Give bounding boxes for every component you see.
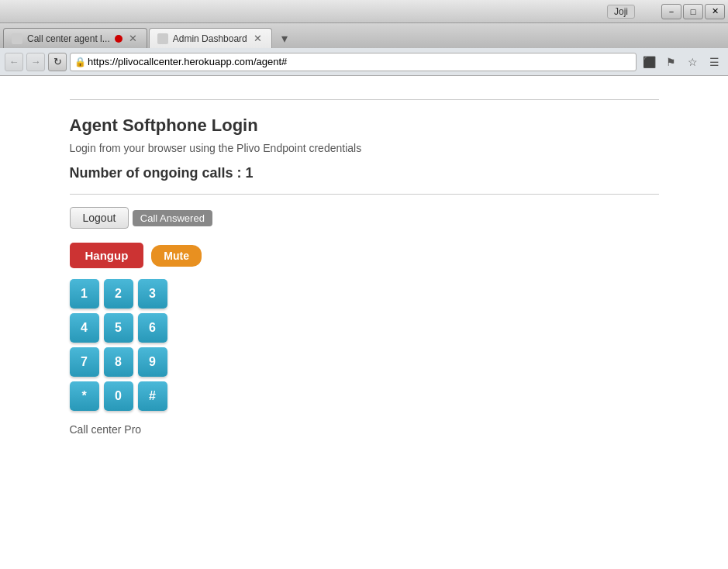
window-controls: − □ ✕ [661, 4, 725, 19]
dialpad-key-*[interactable]: * [70, 381, 99, 411]
title-bar: Joji − □ ✕ [0, 0, 728, 23]
hangup-button[interactable]: Hangup [70, 243, 144, 268]
bookmark-icon[interactable]: ⚑ [661, 53, 680, 71]
tab-favicon-2 [157, 33, 168, 44]
footer-text: Call center Pro [70, 423, 659, 436]
back-button[interactable]: ← [5, 53, 23, 71]
tabs-bar: Call center agent l... ✕ Admin Dashboard… [0, 23, 728, 48]
toolbar-icons: ⬛ ⚑ ☆ ☰ [640, 53, 723, 71]
screen-icon[interactable]: ⬛ [640, 53, 658, 71]
restore-button[interactable]: □ [683, 4, 703, 19]
window-user: Joji [607, 5, 635, 19]
dialpad: 123456789*0# [70, 279, 659, 411]
call-answered-badge: Call Answered [133, 210, 212, 226]
tab-close-1[interactable]: ✕ [127, 33, 139, 44]
close-button[interactable]: ✕ [705, 4, 725, 19]
mute-button[interactable]: Mute [151, 245, 202, 267]
dialpad-key-0[interactable]: 0 [104, 381, 133, 411]
dialpad-key-5[interactable]: 5 [104, 313, 133, 343]
tab-call-center-agent[interactable]: Call center agent l... ✕ [3, 28, 147, 48]
tab-label-1: Call center agent l... [27, 33, 110, 44]
top-divider [70, 99, 659, 100]
logout-button[interactable]: Logout [70, 207, 129, 229]
recording-dot-icon [115, 35, 122, 43]
new-tab-button[interactable]: ▾ [274, 28, 295, 48]
dialpad-key-2[interactable]: 2 [104, 279, 133, 309]
address-bar: ← → ↻ 🔒 ⬛ ⚑ ☆ ☰ [0, 48, 728, 76]
star-icon[interactable]: ☆ [683, 53, 702, 71]
address-wrapper: 🔒 [70, 53, 637, 71]
tab-label-2: Admin Dashboard [173, 33, 247, 44]
tab-admin-dashboard[interactable]: Admin Dashboard ✕ [149, 28, 272, 48]
reload-button[interactable]: ↻ [48, 53, 67, 71]
page-title: Agent Softphone Login [70, 116, 659, 136]
page-content: Agent Softphone Login Login from your br… [0, 76, 728, 569]
dialpad-key-9[interactable]: 9 [138, 347, 167, 377]
page-subtitle: Login from your browser using the Plivo … [70, 142, 659, 154]
dialpad-key-8[interactable]: 8 [104, 347, 133, 377]
mid-divider [70, 194, 659, 195]
dialpad-row: 789 [70, 347, 659, 377]
dialpad-key-#[interactable]: # [138, 381, 167, 411]
minimize-button[interactable]: − [661, 4, 681, 19]
dialpad-row: 456 [70, 313, 659, 343]
dialpad-row: *0# [70, 381, 659, 411]
menu-icon[interactable]: ☰ [705, 53, 723, 71]
forward-button[interactable]: → [26, 53, 45, 71]
dialpad-key-1[interactable]: 1 [70, 279, 99, 309]
dialpad-row: 123 [70, 279, 659, 309]
dialpad-key-7[interactable]: 7 [70, 347, 99, 377]
dialpad-key-6[interactable]: 6 [138, 313, 167, 343]
dialpad-key-4[interactable]: 4 [70, 313, 99, 343]
ongoing-calls: Number of ongoing calls : 1 [70, 165, 659, 181]
dialpad-key-3[interactable]: 3 [138, 279, 167, 309]
lock-icon: 🔒 [74, 57, 86, 67]
tab-favicon [12, 33, 22, 44]
address-input[interactable] [70, 53, 637, 71]
tab-close-2[interactable]: ✕ [252, 33, 264, 44]
call-controls: Hangup Mute [70, 243, 659, 268]
